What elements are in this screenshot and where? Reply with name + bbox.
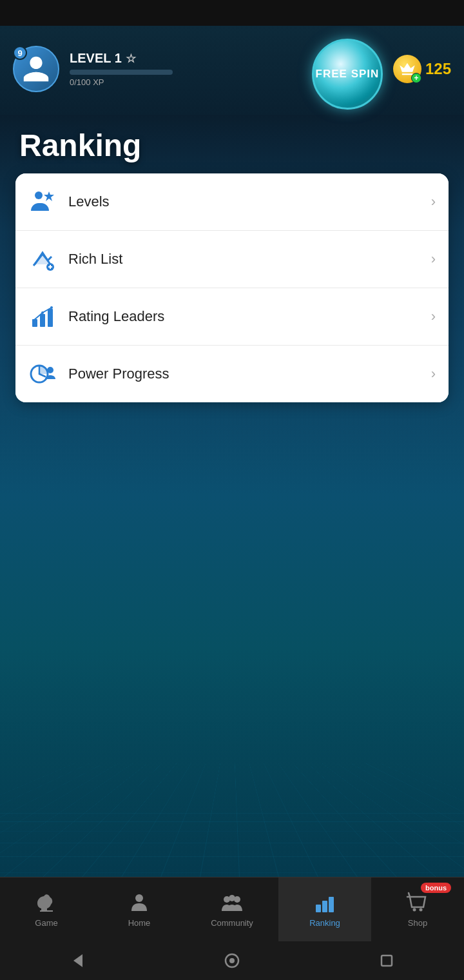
coin-amount: 125	[425, 60, 451, 78]
svg-point-0	[35, 191, 43, 199]
shop-icon	[406, 892, 429, 915]
svg-rect-6	[40, 314, 45, 327]
ranking-label: Ranking	[309, 918, 340, 928]
menu-item-rating-leaders[interactable]: Rating Leaders ›	[15, 288, 449, 346]
levels-icon	[28, 188, 57, 216]
bonus-badge: bonus	[421, 883, 451, 893]
rich-list-label: Rich List	[68, 251, 420, 268]
svg-point-20	[413, 908, 416, 911]
svg-marker-22	[73, 954, 82, 967]
levels-label: Levels	[68, 193, 420, 210]
svg-point-9	[41, 311, 44, 314]
level-info: LEVEL 1 ☆ 0/100 XP	[70, 51, 302, 87]
coins-display: + 125	[393, 55, 451, 83]
xp-text: 0/100 XP	[70, 77, 302, 87]
free-spin-button[interactable]: FREE SPIN	[312, 39, 383, 110]
status-bar	[0, 0, 464, 26]
recents-button[interactable]	[375, 949, 398, 972]
user-icon	[21, 54, 52, 84]
community-icon	[220, 892, 244, 915]
rating-leaders-chevron: ›	[431, 308, 436, 325]
power-progress-icon	[28, 360, 57, 388]
community-label: Community	[211, 918, 253, 928]
header: 9 LEVEL 1 ☆ 0/100 XP FREE SPIN + 125	[0, 26, 464, 115]
xp-bar-bg	[70, 70, 173, 75]
svg-point-12	[47, 367, 53, 373]
shop-label: Shop	[408, 918, 427, 928]
ranking-icon	[313, 892, 336, 915]
nav-item-shop[interactable]: bonus Shop	[371, 877, 464, 941]
free-spin-label: FREE SPIN	[316, 68, 380, 81]
svg-point-13	[135, 894, 143, 902]
svg-marker-1	[44, 191, 54, 201]
avatar-container: 9	[13, 46, 59, 92]
power-progress-label: Power Progress	[68, 366, 420, 382]
page-title: Ranking	[0, 115, 464, 173]
svg-point-10	[50, 306, 53, 309]
menu-item-rich-list[interactable]: Rich List ›	[15, 231, 449, 288]
bottom-nav: Game Home Community Ranking bonus	[0, 877, 464, 941]
power-progress-chevron: ›	[431, 366, 436, 382]
android-nav-bar	[0, 941, 464, 980]
level-title: LEVEL 1 ☆	[70, 51, 302, 66]
home-button[interactable]	[220, 949, 244, 972]
notification-badge: 9	[13, 46, 27, 60]
plus-badge: +	[411, 73, 421, 83]
levels-chevron: ›	[431, 193, 436, 210]
ranking-menu: Levels › Rich List ›	[15, 173, 449, 402]
game-icon	[35, 892, 58, 915]
main-content: Ranking Levels ›	[0, 115, 464, 877]
crown-icon: +	[393, 55, 421, 83]
menu-item-power-progress[interactable]: Power Progress ›	[15, 346, 449, 402]
svg-rect-7	[48, 309, 53, 327]
back-button[interactable]	[66, 949, 89, 972]
star-icon: ☆	[126, 52, 136, 66]
nav-item-home[interactable]: Home	[93, 877, 186, 941]
svg-point-16	[229, 895, 235, 901]
svg-point-8	[32, 319, 35, 322]
game-label: Game	[35, 918, 57, 928]
level-text: LEVEL 1	[70, 51, 122, 66]
nav-item-ranking[interactable]: Ranking	[278, 877, 371, 941]
rating-leaders-label: Rating Leaders	[68, 308, 420, 325]
svg-rect-19	[329, 897, 334, 912]
rich-list-icon	[28, 245, 57, 273]
home-icon	[128, 892, 151, 915]
home-label: Home	[128, 918, 151, 928]
rich-list-chevron: ›	[431, 251, 436, 268]
svg-point-21	[420, 908, 423, 911]
svg-rect-18	[322, 901, 327, 912]
rating-leaders-icon	[28, 302, 57, 331]
floor-perspective	[0, 763, 464, 877]
svg-rect-17	[316, 905, 321, 912]
nav-item-game[interactable]: Game	[0, 877, 93, 941]
svg-point-24	[229, 958, 235, 963]
svg-rect-25	[382, 956, 392, 966]
xp-bar-container: 0/100 XP	[70, 70, 302, 87]
nav-item-community[interactable]: Community	[186, 877, 278, 941]
menu-item-levels[interactable]: Levels ›	[15, 173, 449, 231]
